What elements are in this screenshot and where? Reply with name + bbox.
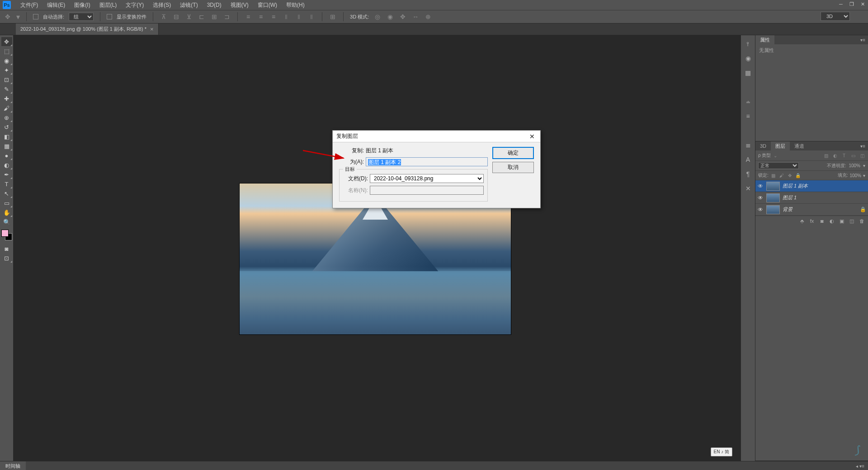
align-hcenter-icon[interactable]: ⊞ <box>210 13 218 21</box>
minimize-button[interactable]: ─ <box>835 0 846 8</box>
path-select-tool[interactable]: ↖ <box>1 189 12 198</box>
menu-image[interactable]: 图像(I) <box>70 1 94 9</box>
opacity-value[interactable]: 100% <box>849 163 860 168</box>
lasso-tool[interactable]: ◉ <box>1 56 12 65</box>
align-bottom-icon[interactable]: ⊻ <box>185 13 193 21</box>
link-layers-icon[interactable]: ⬘ <box>798 218 806 224</box>
auto-align-icon[interactable]: ⊞ <box>329 13 337 21</box>
visibility-icon[interactable]: 👁 <box>757 207 764 213</box>
distribute-1-icon[interactable]: ≡ <box>244 13 252 21</box>
screenmode-tool[interactable]: ⊡ <box>1 254 12 263</box>
layer-row[interactable]: 👁图层 1 <box>755 192 868 204</box>
history-icon[interactable]: ≣ <box>744 141 753 149</box>
brush-tool[interactable]: 🖌 <box>1 103 12 113</box>
ok-button[interactable]: 确定 <box>492 147 534 159</box>
tab-close-icon[interactable]: × <box>150 26 154 33</box>
as-input[interactable]: 图层 1 副本 2 <box>366 157 488 166</box>
swatches-icon[interactable]: ▦ <box>744 69 753 77</box>
menu-filter[interactable]: 滤镜(T) <box>175 1 202 9</box>
align-vcenter-icon[interactable]: ⊟ <box>172 13 180 21</box>
menu-select[interactable]: 选择(S) <box>148 1 175 9</box>
filter-image-icon[interactable]: ▧ <box>823 152 829 159</box>
close-button[interactable]: ✕ <box>857 0 868 8</box>
styles-icon[interactable]: ≡ <box>744 112 753 120</box>
auto-select-checkbox[interactable] <box>33 14 38 19</box>
hand-tool[interactable]: ✋ <box>1 208 12 217</box>
shape-tool[interactable]: ▭ <box>1 198 12 207</box>
eraser-tool[interactable]: ◧ <box>1 132 12 141</box>
blend-mode-select[interactable]: 正常 <box>758 162 799 169</box>
delete-layer-icon[interactable]: 🗑 <box>858 218 865 224</box>
dodge-tool[interactable]: ◐ <box>1 160 12 169</box>
ime-indicator[interactable]: EN ♪ 简 <box>711 447 732 456</box>
color-icon[interactable]: ◉ <box>744 54 753 62</box>
layer-mask-icon[interactable]: ◙ <box>818 218 826 224</box>
gradient-tool[interactable]: ▦ <box>1 141 12 150</box>
3d-dropdown[interactable]: 3D <box>821 12 850 21</box>
channels-tab[interactable]: 通道 <box>790 141 809 150</box>
pen-tool[interactable]: ✒ <box>1 170 12 179</box>
lock-all-icon[interactable]: 🔒 <box>795 172 801 179</box>
roll-icon[interactable]: ◉ <box>386 13 394 21</box>
foreground-color[interactable] <box>1 230 9 237</box>
align-top-icon[interactable]: ⊼ <box>160 13 168 21</box>
menu-type[interactable]: 文字(Y) <box>121 1 148 9</box>
cancel-button[interactable]: 取消 <box>492 162 534 173</box>
paragraph-icon[interactable]: ¶ <box>744 170 753 178</box>
lock-position-icon[interactable]: ✥ <box>787 172 793 179</box>
adjustments-icon[interactable]: ⫨ <box>744 98 753 106</box>
document-tab[interactable]: 2022-10-04_093128.png @ 100% (图层 1 副本, R… <box>16 24 159 35</box>
layer-fx-icon[interactable]: fx <box>808 218 816 224</box>
adjustment-layer-icon[interactable]: ◐ <box>828 218 835 224</box>
character-icon[interactable]: A <box>744 155 753 164</box>
filter-shape-icon[interactable]: ▭ <box>850 152 856 159</box>
stamp-tool[interactable]: ⊕ <box>1 113 12 122</box>
distribute-3-icon[interactable]: ≡ <box>269 13 278 21</box>
menu-window[interactable]: 窗口(W) <box>253 1 282 9</box>
visibility-icon[interactable]: 👁 <box>757 195 764 201</box>
wand-tool[interactable]: ✦ <box>1 66 12 75</box>
orbit-icon[interactable]: ◎ <box>373 13 382 21</box>
move-tool[interactable]: ✥ <box>1 37 12 46</box>
eyedropper-tool[interactable]: ✎ <box>1 85 12 94</box>
type-tool[interactable]: T <box>1 179 12 188</box>
dialog-close-icon[interactable]: ✕ <box>528 133 537 140</box>
layer-row[interactable]: 👁图层 1 副本 <box>755 180 868 192</box>
menu-edit[interactable]: 编辑(E) <box>42 1 70 9</box>
menu-3d[interactable]: 3D(D) <box>203 2 226 8</box>
show-transform-checkbox[interactable] <box>107 14 112 19</box>
blur-tool[interactable]: ● <box>1 151 12 160</box>
distribute-2-icon[interactable]: ≡ <box>257 13 265 21</box>
zoom-tool[interactable]: 🔍 <box>1 217 12 226</box>
menu-view[interactable]: 视图(V) <box>226 1 253 9</box>
doc-select[interactable]: 2022-10-04_093128.png <box>370 174 484 183</box>
marquee-tool[interactable]: ⬚ <box>1 47 12 56</box>
lock-transparent-icon[interactable]: ▩ <box>770 172 777 179</box>
crop-tool[interactable]: ⊡ <box>1 75 12 84</box>
align-right-icon[interactable]: ⊐ <box>223 13 231 21</box>
fill-value[interactable]: 100% <box>849 173 861 178</box>
filter-smart-icon[interactable]: ◫ <box>859 152 865 159</box>
new-layer-icon[interactable]: ◫ <box>848 218 855 224</box>
color-swatches[interactable] <box>1 230 12 240</box>
histogram-icon[interactable]: ⫯ <box>744 40 753 48</box>
layers-panel-menu-icon[interactable]: ▾≡ <box>858 141 868 150</box>
menu-layer[interactable]: 图层(L) <box>95 1 122 9</box>
menu-help[interactable]: 帮助(H) <box>282 1 309 9</box>
layer-row[interactable]: 👁背景🔒 <box>755 204 868 216</box>
menu-file[interactable]: 文件(F) <box>16 1 42 9</box>
maximize-button[interactable]: ❐ <box>846 0 857 8</box>
group-icon[interactable]: ▣ <box>838 218 845 224</box>
timeline-tab[interactable]: 时间轴 <box>0 461 26 470</box>
distribute-6-icon[interactable]: ⦀ <box>307 13 316 21</box>
pan-icon[interactable]: ✥ <box>399 13 407 21</box>
visibility-icon[interactable]: 👁 <box>757 183 764 189</box>
distribute-4-icon[interactable]: ⦀ <box>282 13 290 21</box>
panel-menu-icon[interactable]: ▾≡ <box>858 35 868 44</box>
layers-tab[interactable]: 图层 <box>771 141 790 150</box>
distribute-5-icon[interactable]: ⦀ <box>295 13 303 21</box>
zoom3d-icon[interactable]: ⊕ <box>424 13 432 21</box>
canvas[interactable] <box>14 35 741 461</box>
auto-select-type[interactable]: 组 <box>69 13 94 21</box>
filter-adjust-icon[interactable]: ◐ <box>832 152 838 159</box>
